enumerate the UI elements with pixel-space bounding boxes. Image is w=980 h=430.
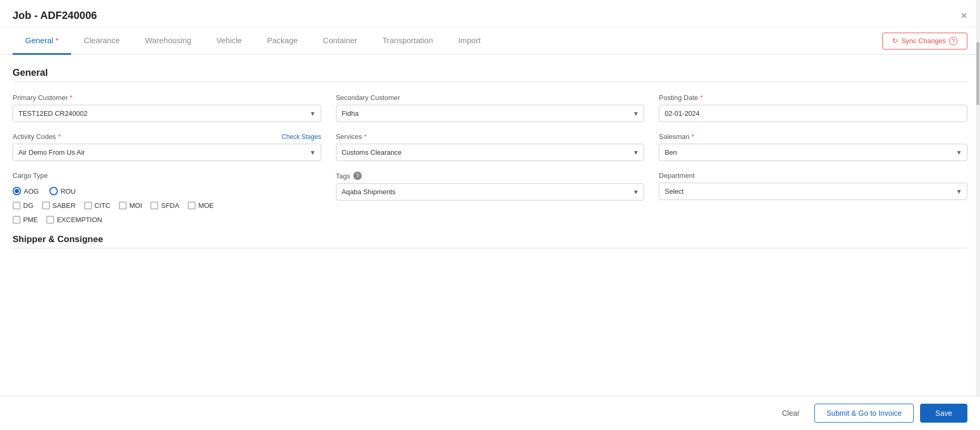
tags-wrapper: Aqaba Shipments ▼ bbox=[336, 183, 645, 201]
general-divider bbox=[13, 82, 967, 82]
salesman-group: Salesman * Ben ▼ bbox=[659, 133, 967, 161]
posting-date-label: Posting Date * bbox=[659, 94, 967, 102]
department-select[interactable]: Select bbox=[659, 183, 967, 200]
tab-import[interactable]: Import bbox=[446, 27, 494, 55]
services-label: Services * bbox=[336, 133, 645, 141]
help-icon[interactable]: ? bbox=[353, 172, 362, 180]
section-title-shipper: Shipper & Consignee bbox=[13, 234, 967, 245]
radio-aog-label: AOG bbox=[24, 187, 39, 195]
department-label: Department bbox=[659, 172, 967, 179]
modal-title: Job - ADF240006 bbox=[13, 9, 97, 22]
tab-warehousing[interactable]: Warehousing bbox=[132, 27, 204, 55]
secondary-customer-label: Secondary Customer bbox=[336, 94, 645, 102]
checkbox-excemption-box bbox=[46, 216, 54, 224]
tab-package[interactable]: Package bbox=[254, 27, 310, 55]
submit-invoice-button[interactable]: Submit & Go to Invoice bbox=[814, 404, 914, 423]
checkbox-moi[interactable]: MOI bbox=[119, 202, 142, 209]
modal-header: Job - ADF240006 × bbox=[0, 0, 980, 27]
shipper-divider bbox=[13, 248, 967, 248]
secondary-customer-wrapper: Fidha ▼ bbox=[336, 105, 645, 122]
tab-vehicle[interactable]: Vehicle bbox=[204, 27, 254, 55]
required-star: * bbox=[70, 94, 73, 102]
checkbox-sfda-box bbox=[150, 202, 158, 209]
activity-codes-label: Activity Codes * Check Stages bbox=[13, 133, 321, 141]
footer-bar: Clear Submit & Go to Invoice Save bbox=[0, 396, 980, 430]
department-group: Department Select ▼ bbox=[659, 172, 967, 224]
checkbox-saber-box bbox=[42, 202, 50, 209]
services-group: Services * Customs Clearance ▼ bbox=[336, 133, 645, 161]
salesman-label: Salesman * bbox=[659, 133, 967, 141]
help-circle-icon: ? bbox=[949, 37, 957, 45]
radio-aog[interactable]: AOG bbox=[13, 187, 39, 195]
tags-group: Tags ? Aqaba Shipments ▼ bbox=[336, 172, 645, 224]
scrollbar-track bbox=[976, 0, 980, 430]
checkbox-citc[interactable]: CITC bbox=[84, 202, 110, 209]
radio-row: AOG ROU bbox=[13, 187, 321, 195]
clear-button[interactable]: Clear bbox=[773, 405, 808, 422]
activity-codes-group: Activity Codes * Check Stages Air Demo F… bbox=[13, 133, 321, 161]
checkbox-moe-box bbox=[188, 202, 196, 209]
content-area: General Primary Customer * TEST12ED CR24… bbox=[0, 55, 980, 302]
posting-date-input[interactable] bbox=[659, 105, 967, 122]
checkbox-row-1: DG SABER CITC MOI bbox=[13, 202, 321, 209]
secondary-customer-select[interactable]: Fidha bbox=[336, 105, 645, 122]
primary-customer-label: Primary Customer * bbox=[13, 94, 321, 102]
posting-date-group: Posting Date * bbox=[659, 94, 967, 122]
tags-label-row: Tags ? bbox=[336, 172, 362, 180]
secondary-customer-group: Secondary Customer Fidha ▼ bbox=[336, 94, 645, 122]
checkbox-dg-box bbox=[13, 202, 21, 209]
cargo-type-label: Cargo Type bbox=[13, 172, 321, 179]
form-row-1: Primary Customer * TEST12ED CR240002 ▼ S… bbox=[13, 94, 967, 122]
form-row-3: Cargo Type AOG ROU bbox=[13, 172, 967, 224]
general-section: General Primary Customer * TEST12ED CR24… bbox=[13, 67, 967, 224]
tabs-list: General * Clearance Warehousing Vehicle … bbox=[13, 27, 882, 54]
tab-clearance[interactable]: Clearance bbox=[71, 27, 132, 55]
scrollbar-thumb[interactable] bbox=[976, 42, 979, 105]
radio-rou-label: ROU bbox=[60, 187, 76, 195]
checkbox-pme-box bbox=[13, 216, 21, 224]
tab-container[interactable]: Container bbox=[310, 27, 370, 55]
checkbox-moi-box bbox=[119, 202, 127, 209]
primary-customer-select[interactable]: TEST12ED CR240002 bbox=[13, 105, 321, 122]
salesman-select[interactable]: Ben bbox=[659, 144, 967, 161]
close-button[interactable]: × bbox=[961, 10, 967, 22]
radio-rou[interactable]: ROU bbox=[49, 187, 76, 195]
department-wrapper: Select ▼ bbox=[659, 183, 967, 200]
radio-aog-circle bbox=[13, 187, 21, 195]
tab-transportation[interactable]: Transportation bbox=[370, 27, 445, 55]
tabs-bar: General * Clearance Warehousing Vehicle … bbox=[0, 27, 980, 55]
tab-general[interactable]: General * bbox=[13, 27, 71, 55]
services-select[interactable]: Customs Clearance bbox=[336, 144, 645, 161]
activity-codes-select[interactable]: Air Demo From Us Air bbox=[13, 144, 321, 161]
checkbox-citc-box bbox=[84, 202, 92, 209]
radio-rou-circle bbox=[49, 187, 58, 195]
checkbox-saber[interactable]: SABER bbox=[42, 202, 76, 209]
checkbox-sfda[interactable]: SFDA bbox=[150, 202, 179, 209]
check-stages-link[interactable]: Check Stages bbox=[282, 133, 321, 141]
sync-icon: ↻ bbox=[892, 37, 898, 45]
checkbox-moe[interactable]: MOE bbox=[188, 202, 214, 209]
activity-codes-wrapper: Air Demo From Us Air ▼ bbox=[13, 144, 321, 161]
primary-customer-group: Primary Customer * TEST12ED CR240002 ▼ bbox=[13, 94, 321, 122]
section-title-general: General bbox=[13, 67, 967, 78]
tags-select[interactable]: Aqaba Shipments bbox=[336, 183, 645, 201]
tags-label: Tags ? bbox=[336, 172, 645, 180]
checkbox-excemption[interactable]: EXCEMPTION bbox=[46, 216, 102, 224]
form-row-2: Activity Codes * Check Stages Air Demo F… bbox=[13, 133, 967, 161]
save-button[interactable]: Save bbox=[920, 404, 967, 423]
sync-label: Sync Changes bbox=[901, 37, 946, 45]
cargo-type-group: Cargo Type AOG ROU bbox=[13, 172, 321, 224]
primary-customer-wrapper: TEST12ED CR240002 ▼ bbox=[13, 105, 321, 122]
shipper-section: Shipper & Consignee bbox=[13, 234, 967, 248]
checkbox-dg[interactable]: DG bbox=[13, 202, 34, 209]
checkbox-row-2: PME EXCEMPTION bbox=[13, 216, 321, 224]
sync-changes-button[interactable]: ↻ Sync Changes ? bbox=[882, 33, 967, 49]
services-wrapper: Customs Clearance ▼ bbox=[336, 144, 645, 161]
checkbox-pme[interactable]: PME bbox=[13, 216, 38, 224]
salesman-wrapper: Ben ▼ bbox=[659, 144, 967, 161]
